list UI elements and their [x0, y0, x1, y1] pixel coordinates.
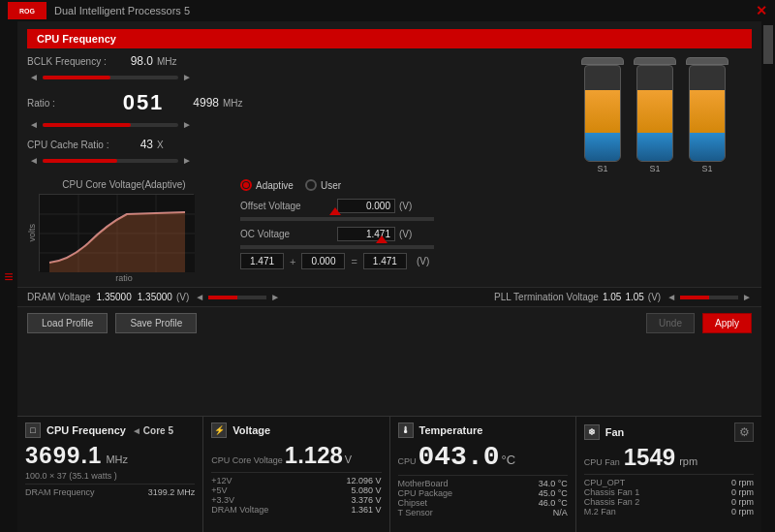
dram-freq-label: DRAM Frequency	[25, 487, 95, 497]
pll-unit: (V)	[648, 292, 661, 302]
ratio-slider-fill	[43, 123, 131, 127]
dram-left-arrow[interactable]: ◄	[195, 292, 204, 302]
chart-y-label: volts	[27, 224, 37, 242]
tsensor-value: N/A	[553, 508, 568, 517]
cpu-opt-row: CPU_OPT 0 rpm	[584, 478, 754, 487]
offset-slider-track[interactable]	[240, 217, 434, 221]
cpu-temp-value: 043.0	[418, 442, 500, 472]
m2-value: 0 rpm	[731, 507, 754, 516]
cache-slider-track[interactable]	[43, 159, 178, 163]
cylinder-1-top	[581, 57, 624, 65]
user-label: User	[321, 180, 341, 191]
ratio-slider-container[interactable]: ◄ ►	[29, 119, 192, 130]
scrollbar-thumb[interactable]	[763, 25, 773, 64]
fan-header-row: ❄ Fan ⚙	[584, 422, 754, 442]
cache-right-arrow[interactable]: ►	[182, 155, 192, 166]
divider-2	[211, 472, 381, 473]
v12-label: +12V	[211, 476, 232, 485]
pll-label: PLL Termination Voltage	[494, 292, 599, 302]
dram-label: DRAM Voltage	[27, 292, 91, 302]
save-profile-button[interactable]: Save Profile	[115, 313, 197, 333]
chassis2-value: 0 rpm	[731, 497, 754, 507]
cache-slider-container[interactable]: ◄ ►	[29, 155, 192, 166]
ratio-unit: MHz	[223, 98, 243, 109]
offset-slider-marker	[329, 207, 341, 215]
offset-input[interactable]	[337, 199, 395, 213]
ratio-left-arrow[interactable]: ◄	[29, 119, 39, 130]
dram-slider-fill	[208, 296, 237, 299]
dram-slider-container[interactable]: ◄ ►	[195, 292, 280, 302]
pll-slider[interactable]	[680, 296, 738, 299]
cpu-icon-symbol: □	[30, 425, 35, 435]
radio-adaptive[interactable]: Adaptive	[240, 179, 294, 191]
bclk-right-arrow[interactable]: ►	[182, 72, 192, 82]
voltage-icon-symbol: ⚡	[214, 425, 225, 435]
content-area: CPU Frequency BCLK Frequency : 98.0 MHz …	[17, 21, 761, 532]
cpu-freq-value-row: 3699.1 MHz	[25, 442, 195, 469]
core-label: Core 5	[143, 425, 173, 436]
cylinder-3-label: S1	[701, 164, 712, 173]
rog-logo: ROG	[8, 2, 46, 19]
offset-slider-row	[240, 217, 752, 221]
dram-right-arrow[interactable]: ►	[270, 292, 280, 302]
bclk-slider-container[interactable]: ◄ ►	[29, 72, 192, 82]
dram-slider[interactable]	[208, 296, 266, 299]
logo-text: ROG	[19, 8, 35, 15]
cpu-opt-value: 0 rpm	[731, 478, 754, 487]
profile-row: Load Profile Save Profile Unde Apply	[17, 306, 761, 339]
bclk-label: BCLK Frequency :	[27, 56, 114, 67]
bclk-row: BCLK Frequency : 98.0 MHz	[27, 54, 548, 68]
close-button[interactable]: ✕	[756, 3, 767, 18]
load-profile-button[interactable]: Load Profile	[27, 313, 108, 333]
cylinder-2-body	[636, 65, 673, 162]
undo-button[interactable]: Unde	[646, 313, 695, 333]
formula-left: 1.471	[240, 253, 284, 269]
gear-button[interactable]: ⚙	[734, 422, 754, 442]
ratio-right-arrow[interactable]: ►	[182, 119, 192, 130]
core-left-arrow[interactable]: ◄	[132, 425, 141, 436]
chassis2-row: Chassis Fan 2 0 rpm	[584, 497, 754, 507]
pll-value1: 1.05	[603, 292, 621, 302]
pll-right-arrow[interactable]: ►	[742, 292, 752, 302]
user-radio-dot[interactable]	[305, 179, 317, 191]
cpu-frequency-header: CPU Frequency	[27, 29, 752, 48]
adaptive-radio-dot[interactable]	[240, 179, 252, 191]
bclk-slider-track[interactable]	[43, 76, 178, 79]
cache-ratio-label: CPU Cache Ratio :	[27, 140, 114, 150]
voltage-bottom-header: ⚡ Voltage	[211, 422, 381, 438]
oc-slider-track[interactable]	[240, 245, 434, 249]
apply-button[interactable]: Apply	[702, 313, 752, 333]
pll-left-arrow[interactable]: ◄	[666, 292, 676, 302]
sidebar-arrow-icon[interactable]: ≡	[4, 268, 13, 286]
radio-user[interactable]: User	[305, 179, 341, 191]
cpu-temp-label: CPU	[398, 456, 417, 466]
divider-3	[398, 475, 568, 476]
core-nav[interactable]: ◄ Core 5	[132, 425, 173, 436]
fan-header: ❄ Fan	[584, 424, 734, 440]
ratio-mhz: 4998	[180, 96, 219, 110]
bclk-left-arrow[interactable]: ◄	[29, 72, 39, 82]
cylinder-3: S1	[686, 57, 728, 173]
cpu-freq-header: □ CPU Frequency ◄ Core 5	[25, 422, 195, 438]
cylinder-1-fill-orange	[585, 90, 620, 133]
chart-wrapper: volts	[27, 194, 221, 271]
dram-freq-row: DRAM Frequency 3199.2 MHz	[25, 487, 195, 497]
scrollbar[interactable]	[761, 21, 775, 532]
ratio-value: 051	[114, 90, 172, 115]
dram-unit: (V)	[176, 292, 189, 302]
cpu-watts-value: 100.0 × 37 (35.1 watts )	[25, 471, 117, 481]
bclk-slider-fill	[43, 76, 110, 79]
tsensor-label: T Sensor	[398, 508, 433, 517]
cache-left-arrow[interactable]: ◄	[29, 155, 39, 166]
v12-row: +12V 12.096 V	[211, 476, 381, 485]
cache-ratio-value: 43	[114, 138, 153, 151]
v33-value: 3.376 V	[351, 495, 381, 505]
pll-slider-container[interactable]: ◄ ►	[666, 292, 752, 302]
cpu-fan-unit: rpm	[679, 455, 698, 467]
ratio-slider-track[interactable]	[43, 123, 178, 127]
temp-label: Temperature	[419, 424, 483, 436]
title-bar: ROG Dual Intelligent Processors 5 ✕	[0, 0, 775, 21]
cpu-fan-label: CPU Fan	[584, 457, 620, 467]
bottom-bar: □ CPU Frequency ◄ Core 5 3699.1 MHz 100.…	[17, 416, 761, 532]
formula-unit: (V)	[417, 256, 429, 266]
